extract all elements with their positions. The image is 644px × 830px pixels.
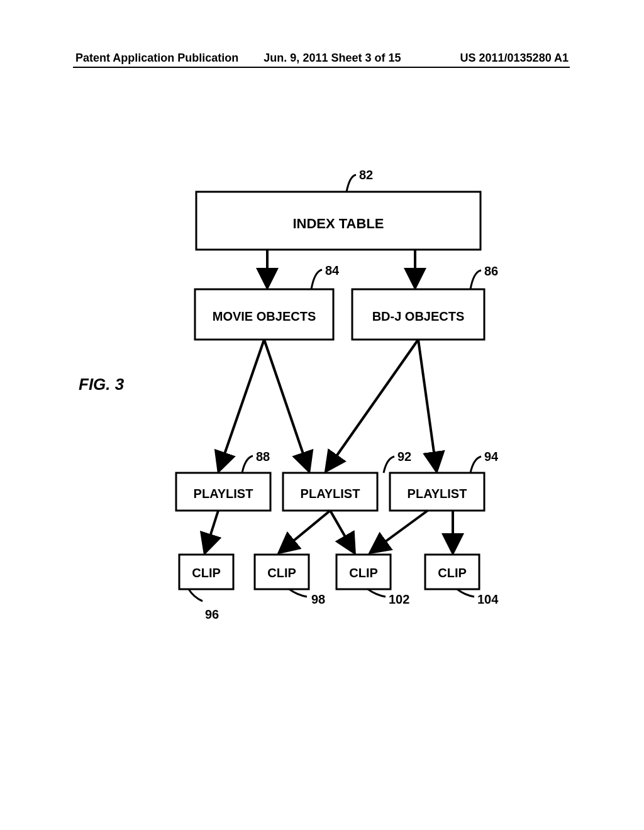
playlist-2-box: PLAYLIST [283,473,377,511]
clip-2-label: CLIP [267,566,296,580]
clip-4-box: CLIP [425,555,479,589]
leader-84 [311,270,322,289]
clip-3-box: CLIP [336,555,391,589]
ref-96: 96 [205,607,219,621]
arrow-pl2-clip3 [330,511,354,552]
leader-92 [384,456,394,473]
leader-98 [289,589,307,597]
clip-1-box: CLIP [179,555,233,589]
ref-94: 94 [484,450,499,463]
movie-objects-box: MOVIE OBJECTS [195,289,333,340]
leader-104 [457,589,474,597]
index-table-label: INDEX TABLE [292,216,384,231]
leader-102 [368,589,386,597]
figure-label: FIG. 3 [79,375,125,394]
bdj-objects-label: BD-J OBJECTS [372,309,465,323]
playlist-2-label: PLAYLIST [301,487,360,501]
playlist-1-label: PLAYLIST [194,487,253,501]
ref-86: 86 [484,264,498,278]
ref-104: 104 [477,592,499,606]
ref-102: 102 [389,592,409,606]
leader-82 [347,175,356,192]
leader-94 [470,456,481,473]
bdj-objects-box: BD-J OBJECTS [352,289,484,340]
clip-2-box: CLIP [255,555,309,589]
ref-92: 92 [397,450,411,463]
leader-96 [189,589,203,601]
leader-88 [242,456,253,473]
index-table-box: INDEX TABLE [196,192,480,250]
clip-1-label: CLIP [192,566,221,580]
arrow-bdj-to-pl3 [418,340,436,470]
arrow-pl1-clip1 [205,511,218,552]
page: Patent Application Publication Jun. 9, 2… [0,0,644,830]
playlist-3-label: PLAYLIST [408,487,467,501]
clip-4-label: CLIP [438,566,467,580]
ref-98: 98 [311,592,325,606]
ref-82: 82 [359,168,373,182]
diagram-svg: FIG. 3 INDEX TABLE 82 MOVIE OBJECTS 84 B… [0,0,644,830]
leader-86 [470,270,481,289]
movie-objects-label: MOVIE OBJECTS [213,309,316,323]
arrow-pl3-clip3 [371,511,428,552]
playlist-3-box: PLAYLIST [390,473,484,511]
playlist-1-box: PLAYLIST [176,473,270,511]
ref-84: 84 [325,263,340,277]
clip-3-label: CLIP [349,566,378,580]
arrow-movie-to-pl2 [264,340,309,470]
arrow-pl2-clip2 [280,511,330,552]
ref-88: 88 [256,450,270,463]
